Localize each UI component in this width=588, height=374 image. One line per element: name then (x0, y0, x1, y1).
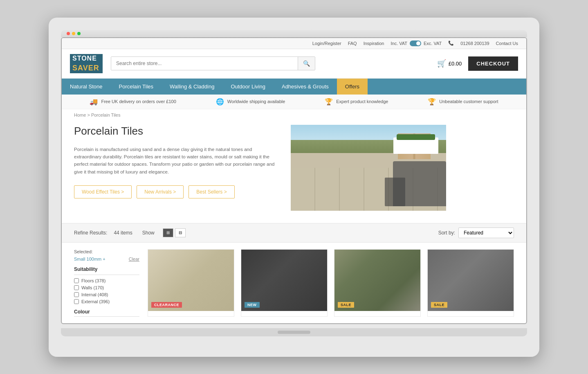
colour-title: Colour (74, 309, 139, 317)
results-bar: Refine Results: 44 items Show ⊞ ⊟ Sort b… (62, 223, 526, 243)
filter-walls-checkbox[interactable] (74, 285, 79, 290)
laptop-frame: Login/Register FAQ Inspiration Inc. VAT … (49, 18, 539, 357)
laptop-base (61, 328, 527, 336)
sort-area: Sort by: Featured Price: Low to High Pri… (438, 228, 514, 238)
support-icon: 🏆 (428, 98, 436, 106)
badge-sale-3: SALE (338, 302, 354, 308)
filter-walls[interactable]: Walls (170) (74, 285, 139, 290)
selected-filter: Small 100mm + Clear (74, 257, 139, 261)
badge-new-2: NEW (245, 302, 260, 308)
refine-label: Refine Results: (74, 230, 107, 236)
benefit-support-text: Unbeatable customer support (439, 99, 498, 104)
delivery-icon: 🚚 (90, 98, 98, 106)
nav-item-walling-cladding[interactable]: Walling & Cladding (162, 79, 222, 95)
worldwide-icon: 🌐 (216, 98, 224, 106)
grid-3-button[interactable]: ⊟ (175, 228, 186, 237)
category-header: Porcelain Tiles Porcelain is manufacture… (62, 121, 526, 223)
dot-green (77, 32, 81, 35)
product-card-1[interactable]: CLEARANCE (148, 249, 234, 317)
product-card-2[interactable]: NEW (241, 249, 328, 317)
benefit-worldwide: 🌐 Worldwide shipping available (216, 98, 285, 106)
filter-external-label: External (396) (81, 299, 110, 304)
benefit-expert-text: Expert product knowledge (336, 99, 388, 104)
cart-amount: £0.00 (449, 61, 462, 67)
nav-item-offers[interactable]: Offers (337, 79, 368, 95)
benefit-worldwide-text: Worldwide shipping available (227, 99, 285, 104)
product-image-3: SALE (334, 250, 420, 311)
category-info: Porcelain Tiles Porcelain is manufacture… (74, 125, 278, 199)
contact-link[interactable]: Contact Us (496, 41, 518, 46)
product-image-4: SALE (428, 250, 514, 311)
breadcrumb-current: Porcelain Tiles (91, 113, 121, 117)
product-image-1: CLEARANCE (148, 250, 234, 311)
breadcrumb-separator: > (87, 113, 91, 117)
new-arrivals-btn[interactable]: New Arrivals > (137, 185, 184, 198)
sidebar: Selected: Small 100mm + Clear Suitabilit… (74, 249, 139, 317)
category-image (291, 125, 446, 211)
filter-floors-label: Floors (378) (81, 278, 105, 283)
sort-label: Sort by: (438, 230, 455, 236)
best-sellers-btn[interactable]: Best Sellers > (189, 185, 234, 198)
filter-floors[interactable]: Floors (378) (74, 278, 139, 283)
logo-stone: STONE (70, 54, 103, 63)
faq-link[interactable]: FAQ (348, 41, 357, 46)
badge-sale-4: SALE (431, 302, 447, 308)
vat-toggle-switch[interactable] (410, 41, 421, 46)
filter-floors-checkbox[interactable] (74, 278, 79, 283)
benefit-delivery-text: Free UK delivery on orders over £100 (101, 99, 176, 104)
logo[interactable]: STONE SAVER (70, 54, 103, 73)
badge-clearance-1: CLEARANCE (151, 302, 182, 308)
grid-view-buttons: ⊞ ⊟ (163, 228, 186, 237)
header: STONE SAVER 🔍 🛒 £0.00 CHECKOUT (62, 49, 526, 79)
category-title: Porcelain Tiles (74, 125, 278, 137)
cart-area[interactable]: 🛒 £0.00 (437, 59, 462, 68)
product-card-4[interactable]: SALE (427, 249, 514, 317)
exc-vat-label: Exc. VAT (424, 41, 442, 46)
laptop-top-bar (61, 30, 527, 37)
main-area: Selected: Small 100mm + Clear Suitabilit… (62, 243, 526, 323)
filter-internal-label: Internal (408) (81, 292, 108, 297)
nav-item-adhesives-grouts[interactable]: Adhesives & Grouts (274, 79, 337, 95)
cart-icon: 🛒 (437, 59, 446, 68)
phone-number[interactable]: 01268 200139 (460, 41, 489, 46)
laptop-screen: Login/Register FAQ Inspiration Inc. VAT … (61, 37, 527, 324)
login-link[interactable]: Login/Register (312, 41, 341, 46)
header-right: 🛒 £0.00 CHECKOUT (437, 56, 518, 71)
filter-tag[interactable]: Small 100mm + (74, 257, 105, 261)
expert-icon: 🏆 (325, 98, 333, 106)
breadcrumb-home[interactable]: Home (74, 113, 86, 117)
main-nav: Natural Stone Porcelain Tiles Walling & … (62, 79, 526, 95)
filter-internal-checkbox[interactable] (74, 292, 79, 297)
filter-external-checkbox[interactable] (74, 299, 79, 304)
benefit-delivery: 🚚 Free UK delivery on orders over £100 (90, 98, 176, 106)
nav-item-outdoor-living[interactable]: Outdoor Living (222, 79, 274, 95)
filter-internal[interactable]: Internal (408) (74, 292, 139, 297)
product-grid: CLEARANCE NEW SALE (148, 249, 514, 317)
nav-item-porcelain-tiles[interactable]: Porcelain Tiles (111, 79, 162, 95)
search-input[interactable] (111, 57, 298, 70)
benefit-expert: 🏆 Expert product knowledge (325, 98, 388, 106)
clear-link[interactable]: Clear (129, 257, 139, 261)
dot-yellow (72, 32, 75, 35)
search-button[interactable]: 🔍 (298, 57, 315, 70)
show-label: Show (142, 230, 155, 236)
wood-effect-tiles-btn[interactable]: Wood Effect Tiles > (74, 185, 132, 198)
category-description: Porcelain is manufactured using sand and… (74, 146, 278, 176)
nav-item-natural-stone[interactable]: Natural Stone (62, 79, 111, 95)
product-card-3[interactable]: SALE (334, 249, 421, 317)
filter-external[interactable]: External (396) (74, 299, 139, 304)
search-bar[interactable]: 🔍 (111, 56, 315, 70)
phone-icon: 📞 (448, 41, 454, 46)
benefit-support: 🏆 Unbeatable customer support (428, 98, 498, 106)
dot-red (67, 32, 70, 35)
logo-saver: SAVER (70, 63, 103, 73)
suitability-title: Suitability (74, 266, 139, 275)
selected-label: Selected: (74, 249, 139, 254)
vat-toggle[interactable]: Inc. VAT Exc. VAT (391, 41, 442, 46)
product-image-2: NEW (241, 250, 327, 311)
sort-select[interactable]: Featured Price: Low to High Price: High … (458, 228, 514, 238)
benefits-bar: 🚚 Free UK delivery on orders over £100 🌐… (62, 95, 526, 109)
inspiration-link[interactable]: Inspiration (364, 41, 384, 46)
grid-4-button[interactable]: ⊞ (163, 228, 173, 237)
checkout-button[interactable]: CHECKOUT (468, 56, 518, 71)
